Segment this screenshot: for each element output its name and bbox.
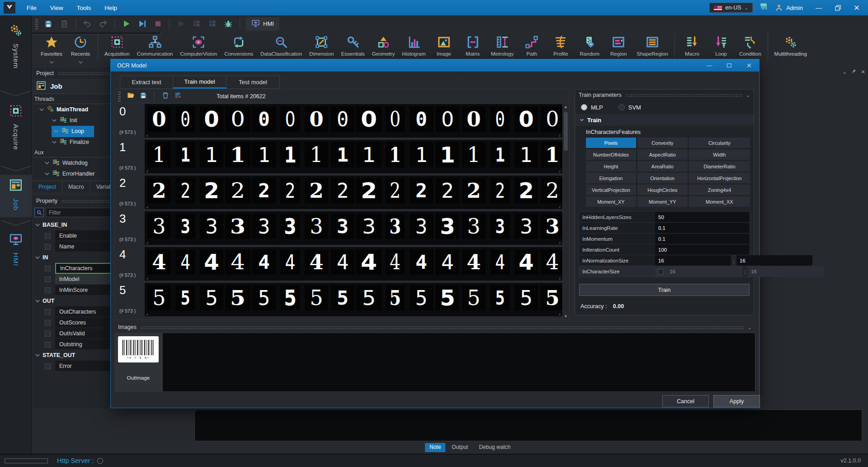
digit-tile[interactable]: 0 [514, 106, 538, 132]
radio-svm[interactable]: SVM [618, 104, 641, 111]
scroll-up-icon[interactable]: ▲ [564, 104, 568, 110]
digit-tile[interactable]: 4 [252, 249, 276, 275]
chevron-down-icon[interactable] [44, 172, 50, 176]
digit-tile[interactable]: 2 [491, 178, 510, 203]
chevron-down-icon[interactable] [35, 254, 40, 261]
undo-icon[interactable] [80, 18, 94, 30]
digit-tile[interactable]: 0 [252, 106, 276, 132]
digit-tile[interactable]: 5 [436, 285, 459, 310]
chevron-down-icon[interactable] [35, 352, 40, 358]
step-run-icon[interactable] [135, 18, 149, 30]
debug-bug-icon[interactable] [221, 18, 236, 30]
feature-button-verticalprojection[interactable]: VerticalProjection [586, 185, 636, 195]
digit-tile[interactable]: 3 [356, 214, 382, 239]
dialog-maximize-button[interactable] [719, 59, 739, 71]
digit-tile[interactable]: 0 [386, 106, 405, 132]
tab-note[interactable]: Note [425, 443, 445, 452]
toolbar-item-acquisition[interactable]: Acquisition [101, 32, 133, 57]
dialog-titlebar[interactable]: OCR Model — ✕ [111, 59, 759, 71]
digit-tile[interactable]: 3 [436, 214, 459, 239]
digit-tile[interactable]: 1 [514, 142, 538, 167]
digit-tile[interactable]: 2 [410, 178, 433, 203]
feature-button-moment-xx[interactable]: Moment_XX [689, 196, 750, 207]
digit-tile[interactable]: 5 [514, 285, 538, 310]
feature-button-moment-xy[interactable]: Moment_XY [586, 196, 636, 207]
toolbar-item-recents[interactable]: Recents [66, 32, 95, 61]
property-checkbox[interactable] [45, 266, 51, 272]
toolbar-item-image[interactable]: Image [429, 32, 458, 57]
digit-tile[interactable]: 5 [462, 285, 486, 310]
property-checkbox[interactable] [45, 244, 51, 250]
property-checkbox[interactable] [45, 363, 51, 369]
digit-tile[interactable]: 3 [200, 214, 223, 239]
user-account[interactable]: Admin [774, 3, 803, 12]
run-once-icon[interactable] [174, 18, 188, 30]
digit-tile[interactable]: 4 [356, 249, 382, 275]
horizontal-scrollbar[interactable]: ‹› [146, 276, 561, 281]
digit-tile[interactable]: 0 [410, 106, 433, 132]
digit-tile[interactable]: 3 [541, 214, 562, 239]
toolbar-item-matrix[interactable]: Matrix [458, 32, 487, 57]
dialog-tab-test-model[interactable]: Test model [226, 76, 280, 89]
save-icon[interactable] [139, 91, 147, 101]
open-folder-icon[interactable] [127, 91, 135, 101]
toolbar-item-essentials[interactable]: Essentials [337, 32, 368, 57]
digit-tile[interactable]: 5 [200, 285, 223, 310]
digit-tile[interactable]: 1 [176, 142, 195, 167]
digit-tile[interactable]: 2 [225, 178, 250, 203]
toolbar-item-path[interactable]: Path [517, 32, 546, 57]
field-input-innormalizationsize[interactable] [655, 255, 731, 266]
toolbar-item-histogram[interactable]: Histogram [398, 32, 429, 57]
digit-tile[interactable]: 3 [176, 214, 195, 239]
scroll-left-icon[interactable]: ‹ [146, 133, 148, 138]
digit-tile[interactable]: 2 [281, 178, 300, 203]
digit-tile[interactable]: 3 [252, 214, 276, 239]
field-checkbox[interactable] [658, 269, 664, 275]
scroll-left-icon[interactable]: ‹ [146, 205, 148, 209]
tab-output[interactable]: Output [447, 443, 472, 452]
digit-tile[interactable]: 4 [281, 249, 300, 275]
tab-debug-watch[interactable]: Debug watch [474, 443, 515, 452]
digit-tile[interactable]: 1 [305, 142, 328, 167]
chevron-down-icon[interactable] [52, 141, 57, 144]
property-checkbox[interactable] [45, 233, 51, 239]
digit-tile[interactable]: 0 [281, 106, 300, 132]
digit-tile[interactable]: 1 [386, 142, 405, 167]
horizontal-scrollbar[interactable]: ‹› [146, 133, 561, 138]
digit-tile[interactable]: 1 [200, 142, 223, 167]
digit-tile[interactable]: 2 [514, 178, 538, 203]
toolbar-item-profile[interactable]: Profile [546, 32, 575, 57]
digit-tile[interactable]: 3 [331, 214, 354, 239]
digit-tile[interactable]: 3 [386, 214, 405, 239]
digit-tile[interactable]: 1 [541, 142, 562, 167]
toolbar-item-region[interactable]: Region [604, 32, 633, 57]
horizontal-scrollbar[interactable]: ‹› [146, 204, 561, 209]
digit-tile[interactable]: 2 [436, 178, 459, 203]
step-over-icon[interactable] [205, 18, 220, 30]
digit-tile[interactable]: 4 [176, 249, 195, 275]
radio-icon[interactable] [618, 104, 625, 110]
language-selector[interactable]: en-US ⌄ [709, 3, 753, 13]
chevron-down-icon[interactable]: ⌄ [748, 324, 752, 330]
digit-tile[interactable]: 0 [331, 106, 354, 132]
digit-tile[interactable]: 0 [541, 106, 562, 132]
digit-tile[interactable]: 4 [491, 249, 510, 275]
chevron-down-icon[interactable] [52, 119, 57, 122]
scroll-right-icon[interactable]: › [559, 133, 561, 138]
digit-tile[interactable]: 5 [147, 285, 171, 310]
digit-tile[interactable]: 0 [305, 106, 328, 132]
train-section-header[interactable]: Train [575, 114, 754, 126]
sidebar-item-acquire[interactable]: Acquire [0, 100, 32, 163]
feature-button-circularity[interactable]: Circularity [689, 138, 750, 148]
close-icon[interactable]: ✕ [861, 69, 865, 75]
chevron-down-icon[interactable] [53, 130, 59, 133]
toolbar-item-dataclassification[interactable]: DataClassification [257, 32, 306, 57]
chevron-down-icon[interactable]: ⌄ [842, 69, 847, 75]
step-into-icon[interactable] [189, 18, 204, 30]
digit-tile[interactable]: 2 [305, 178, 328, 203]
digit-tile[interactable]: 4 [386, 249, 405, 275]
digit-tile[interactable]: 2 [176, 178, 195, 203]
sidebar-item-system[interactable]: System [0, 20, 32, 88]
digit-tile[interactable]: 4 [147, 249, 171, 275]
property-checkbox[interactable] [45, 331, 51, 337]
